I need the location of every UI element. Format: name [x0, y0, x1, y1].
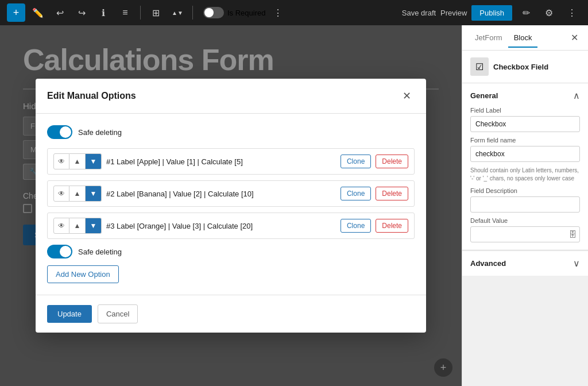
modal-header: Edit Manual Options ✕	[36, 79, 426, 114]
default-value-wrapper: 🗄	[470, 226, 580, 242]
delete-button-1[interactable]: Delete	[376, 155, 408, 168]
default-value-label: Default Value	[470, 217, 580, 224]
modal-footer: Update Cancel	[36, 295, 426, 333]
safe-delete-label-top: Safe deleting	[78, 128, 122, 137]
form-field-name-label: Form field name	[470, 137, 580, 144]
safe-delete-toggle-top[interactable]	[47, 125, 72, 139]
row-controls-2: 👁 ▲ ▼	[53, 186, 102, 202]
field-description-input[interactable]	[470, 196, 580, 213]
option-row-2: 👁 ▲ ▼ #2 Label [Banana] | Value [2] | Ca…	[47, 180, 415, 207]
editor-canvas: Calculations Form Hidden Fie... Fill Opt…	[0, 25, 462, 386]
modal-overlay: Edit Manual Options ✕ Safe deleting 👁 ▲	[0, 25, 462, 386]
add-block-button[interactable]: +	[7, 3, 25, 22]
info-button[interactable]: ℹ	[94, 3, 113, 22]
form-field-name-input[interactable]	[470, 146, 580, 162]
modal-dialog: Edit Manual Options ✕ Safe deleting 👁 ▲	[36, 79, 426, 333]
modal-title: Edit Manual Options	[47, 91, 136, 101]
database-icon: 🗄	[568, 230, 577, 239]
row-controls-1: 👁 ▲ ▼	[53, 153, 102, 169]
general-collapse-button[interactable]: ∧	[573, 90, 580, 101]
advanced-section[interactable]: Advanced ∨	[462, 250, 588, 276]
main-area: Calculations Form Hidden Fie... Fill Opt…	[0, 25, 588, 386]
general-section-header: General ∧	[470, 90, 580, 101]
right-panel: JetForm Block ✕ ☑ Checkbox Field General…	[462, 25, 588, 386]
pen-icon-button[interactable]: ✏️	[29, 3, 47, 22]
add-option-button[interactable]: Add New Option	[47, 265, 119, 283]
option-row-3: 👁 ▲ ▼ #3 Label [Orange] | Value [3] | Ca…	[47, 213, 415, 239]
delete-button-3[interactable]: Delete	[376, 219, 408, 233]
settings-button[interactable]: ⚙	[540, 3, 558, 22]
preview-mode-button[interactable]: ⊞	[146, 3, 165, 22]
tab-jetform[interactable]: JetForm	[469, 29, 508, 48]
list-view-button[interactable]: ≡	[116, 3, 134, 22]
up-button-1[interactable]: ▲	[69, 153, 86, 169]
kebab-menu-button[interactable]: ⋮	[563, 3, 581, 22]
up-button-3[interactable]: ▲	[69, 218, 86, 234]
clone-button-3[interactable]: Clone	[341, 219, 371, 233]
up-button-2[interactable]: ▲	[69, 186, 86, 202]
required-label: Is Required	[227, 9, 265, 17]
modal-close-button[interactable]: ✕	[399, 88, 415, 104]
delete-button-2[interactable]: Delete	[376, 187, 408, 200]
required-toggle-section: Is Required	[203, 7, 265, 18]
pen-settings-button[interactable]: ✏	[517, 3, 535, 22]
panel-block-title: Checkbox Field	[493, 63, 548, 71]
toolbar-divider	[140, 6, 141, 20]
panel-close-button[interactable]: ✕	[567, 31, 581, 45]
field-description-label: Field Description	[470, 187, 580, 194]
down-button-1[interactable]: ▼	[86, 153, 102, 169]
clone-button-1[interactable]: Clone	[341, 155, 371, 168]
down-button-2[interactable]: ▼	[86, 186, 102, 202]
tab-block[interactable]: Block	[508, 29, 538, 48]
save-draft-button[interactable]: Save draft	[402, 9, 436, 17]
advanced-title: Advanced	[470, 259, 506, 268]
default-value-input[interactable]	[470, 226, 580, 242]
general-section: General ∧ Field Label Form field name Sh…	[462, 83, 588, 249]
eye-button-1[interactable]: 👁	[53, 153, 69, 169]
eye-button-3[interactable]: 👁	[53, 218, 69, 234]
required-toggle[interactable]	[203, 7, 224, 18]
panel-block-header: ☑ Checkbox Field	[462, 51, 588, 83]
field-label-input[interactable]	[470, 116, 580, 132]
safe-deleting-bottom: Safe deleting	[47, 245, 415, 258]
clone-button-2[interactable]: Clone	[341, 187, 371, 200]
option-row-1: 👁 ▲ ▼ #1 Label [Apple] | Value [1] | Cal…	[47, 148, 415, 175]
form-field-hint: Should contain only Latin letters, numbe…	[470, 167, 580, 183]
safe-delete-toggle-bottom[interactable]	[47, 245, 72, 258]
option-text-3: #3 Label [Orange] | Value [3] | Calculat…	[106, 222, 336, 230]
row-controls-3: 👁 ▲ ▼	[53, 218, 102, 234]
toolbar-right: Save draft Preview Publish ✏ ⚙ ⋮	[402, 3, 581, 22]
option-text-1: #1 Label [Apple] | Value [1] | Calculate…	[106, 157, 336, 166]
safe-deleting-top: Safe deleting	[47, 125, 415, 139]
panel-tabs: JetForm Block ✕	[462, 25, 588, 51]
modal-body: Safe deleting 👁 ▲ ▼ #1 Label [Apple] | V…	[36, 114, 426, 295]
more-options-button[interactable]: ⋮	[269, 3, 287, 22]
advanced-expand-button[interactable]: ∨	[573, 258, 580, 269]
publish-button[interactable]: Publish	[471, 5, 512, 21]
checkbox-field-icon: ☑	[470, 57, 489, 76]
undo-button[interactable]: ↩	[51, 3, 69, 22]
field-label-label: Field Label	[470, 107, 580, 114]
redo-button[interactable]: ↪	[72, 3, 91, 22]
toolbar: + ✏️ ↩ ↪ ℹ ≡ ⊞ ▲▼ Is Required ⋮ Save dra…	[0, 0, 588, 25]
toolbar-divider-2	[192, 6, 193, 20]
safe-delete-label-bottom: Safe deleting	[78, 248, 122, 256]
preview-button[interactable]: Preview	[440, 9, 467, 17]
eye-button-2[interactable]: 👁	[53, 186, 69, 202]
chevron-up-button[interactable]: ▲▼	[168, 3, 187, 22]
general-section-title: General	[470, 91, 498, 100]
option-text-2: #2 Label [Banana] | Value [2] | Calculat…	[106, 190, 336, 198]
cancel-button[interactable]: Cancel	[98, 304, 138, 323]
down-button-3[interactable]: ▼	[86, 218, 102, 234]
update-button[interactable]: Update	[47, 305, 92, 323]
